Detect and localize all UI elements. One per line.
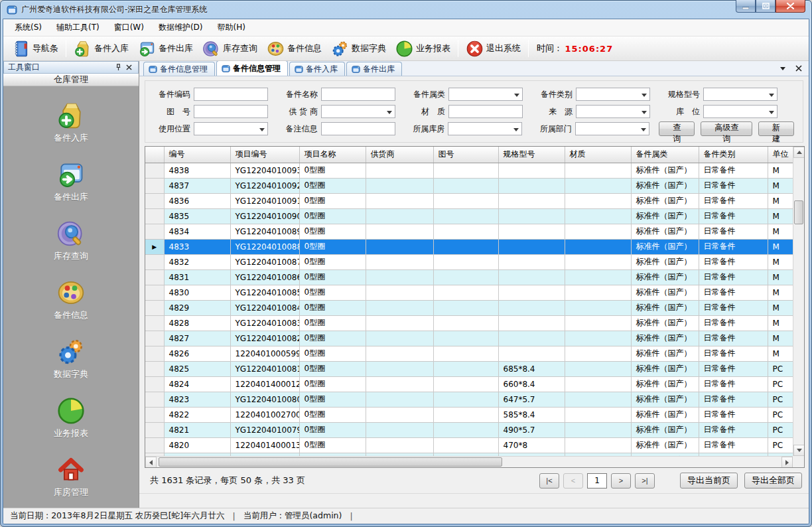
scroll-up-icon[interactable] bbox=[793, 147, 804, 158]
tab-close-icon[interactable] bbox=[794, 64, 803, 73]
pin-icon[interactable] bbox=[113, 62, 123, 73]
next-page-button[interactable]: > bbox=[611, 473, 631, 489]
row-selector-cell[interactable] bbox=[145, 300, 164, 315]
vertical-scroll-thumb[interactable] bbox=[794, 200, 803, 224]
toolbar-button-stock-query[interactable]: 库存查询 bbox=[198, 38, 262, 60]
row-selector-cell[interactable] bbox=[145, 331, 164, 346]
tab-3[interactable]: 备件出库 bbox=[346, 62, 402, 76]
column-header-7[interactable]: 备件属类 bbox=[631, 147, 699, 163]
row-selector-cell[interactable] bbox=[145, 315, 164, 331]
field-dropdown-2-2[interactable] bbox=[448, 122, 522, 135]
table-row[interactable]: 4825YG122040100810型圈685*8.4标准件（国产）日常备件PC bbox=[145, 361, 793, 376]
page-number-input[interactable] bbox=[587, 473, 607, 489]
toolbar-button-report[interactable]: 业务报表 bbox=[391, 38, 455, 60]
export-all-pages-button[interactable]: 导出全部页 bbox=[744, 473, 802, 489]
column-header-3[interactable]: 供货商 bbox=[366, 147, 433, 163]
row-selector-cell[interactable] bbox=[145, 178, 164, 193]
sidebar-item-parts-info[interactable]: 备件信息 bbox=[31, 278, 111, 321]
scroll-right-icon[interactable] bbox=[781, 457, 793, 468]
sidebar-item-inbound[interactable]: 备件入库 bbox=[31, 101, 111, 144]
tab-1-active[interactable]: 备件信息管理 bbox=[216, 61, 288, 76]
row-selector-cell[interactable] bbox=[145, 193, 164, 208]
close-button[interactable] bbox=[776, 0, 805, 13]
scroll-left-icon[interactable] bbox=[145, 457, 157, 468]
query-button[interactable]: 查询 bbox=[659, 121, 695, 136]
tab-2[interactable]: 备件入库 bbox=[289, 62, 345, 76]
field-dropdown-1-4[interactable] bbox=[703, 105, 778, 118]
toolbar-button-outbound[interactable]: 备件出库 bbox=[133, 38, 198, 60]
maximize-button[interactable] bbox=[756, 0, 776, 13]
row-selector-cell[interactable] bbox=[145, 407, 164, 422]
horizontal-scroll-thumb[interactable] bbox=[159, 457, 502, 467]
row-selector-cell[interactable] bbox=[145, 437, 164, 453]
sidebar-item-warehouse[interactable]: 库房管理 bbox=[31, 455, 111, 498]
field-dropdown-2-0[interactable] bbox=[194, 122, 268, 135]
sidebar-item-outbound[interactable]: 备件出库 bbox=[31, 160, 111, 203]
field-dropdown-0-2[interactable] bbox=[448, 88, 523, 101]
column-header-0[interactable]: 编号 bbox=[164, 147, 230, 163]
horizontal-scrollbar[interactable] bbox=[145, 456, 793, 467]
toolbar-button-exit[interactable]: 退出系统 bbox=[461, 38, 525, 60]
export-current-page-button[interactable]: 导出当前页 bbox=[680, 473, 738, 489]
sidebar-close-icon[interactable] bbox=[123, 62, 134, 73]
column-header-2[interactable]: 项目名称 bbox=[299, 147, 366, 163]
row-selector-cell[interactable] bbox=[145, 224, 164, 239]
table-row[interactable]: 4835YG122040100900型圈标准件（国产）日常备件M bbox=[145, 208, 793, 224]
row-selector-cell[interactable] bbox=[145, 285, 164, 300]
table-row[interactable]: 4832YG122040100870型圈标准件（国产）日常备件M bbox=[145, 254, 793, 269]
field-dropdown-2-3[interactable] bbox=[575, 122, 649, 135]
column-header-1[interactable]: 项目编号 bbox=[230, 147, 299, 163]
toolbar-button-inbound[interactable]: 备件入库 bbox=[69, 38, 133, 60]
table-row[interactable]: 4827YG122040100820型圈标准件（国产）日常备件M bbox=[145, 331, 793, 346]
tab-0[interactable]: 备件信息管理 bbox=[143, 62, 215, 76]
table-row[interactable]: 4831YG122040100860型圈标准件（国产）日常备件M bbox=[145, 269, 793, 285]
row-selector-cell[interactable] bbox=[145, 361, 164, 376]
field-dropdown-0-4[interactable] bbox=[703, 88, 778, 101]
table-row[interactable]: 4836YG122040100910型圈标准件（国产）日常备件M bbox=[145, 193, 793, 208]
field-input-0-1[interactable] bbox=[321, 88, 395, 101]
field-input-2-1[interactable] bbox=[321, 122, 395, 135]
tab-list-chevron-down-icon[interactable] bbox=[778, 64, 787, 73]
toolbar-button-navbar[interactable]: 导航条 bbox=[7, 38, 63, 60]
field-input-1-2[interactable] bbox=[448, 105, 523, 118]
advanced-query-button[interactable]: 高级查询 bbox=[701, 121, 752, 136]
sidebar-item-data-dict[interactable]: 数据字典 bbox=[31, 337, 111, 380]
menu-item-4[interactable]: 帮助(H) bbox=[210, 19, 253, 36]
previous-page-button[interactable]: < bbox=[563, 473, 583, 489]
sidebar-item-stock-query[interactable]: 库存查询 bbox=[31, 219, 111, 262]
field-dropdown-1-1[interactable] bbox=[321, 105, 395, 118]
first-page-button[interactable]: |< bbox=[539, 473, 559, 489]
menu-item-3[interactable]: 数据维护(D) bbox=[151, 19, 210, 36]
column-header-6[interactable]: 材质 bbox=[565, 147, 631, 163]
table-row[interactable]: 4837YG122040100920型圈标准件（国产）日常备件M bbox=[145, 178, 793, 193]
table-row[interactable]: ▶4833YG122040100880型圈标准件（国产）日常备件M bbox=[145, 239, 793, 254]
row-selector-cell[interactable] bbox=[145, 392, 164, 407]
sidebar-item-report[interactable]: 业务报表 bbox=[31, 396, 111, 439]
field-dropdown-0-3[interactable] bbox=[576, 88, 650, 101]
table-row[interactable]: 4823YG122040100800型圈647*5.7标准件（国产）日常备件PC bbox=[145, 392, 793, 407]
row-selector-cell[interactable] bbox=[145, 269, 164, 285]
table-row[interactable]: 4828YG122040100830型圈标准件（国产）日常备件M bbox=[145, 315, 793, 331]
menu-item-1[interactable]: 辅助工具(T) bbox=[49, 19, 107, 36]
table-row[interactable]: 4829YG122040100840型圈标准件（国产）日常备件M bbox=[145, 300, 793, 315]
scroll-down-icon[interactable] bbox=[793, 445, 804, 456]
row-selector-cell[interactable]: ▶ bbox=[145, 239, 164, 254]
table-row[interactable]: 482612204010005990型圈标准件（国产）日常备件M bbox=[145, 346, 793, 361]
last-page-button[interactable]: >| bbox=[635, 473, 655, 489]
column-header-9[interactable]: 单位 bbox=[768, 147, 793, 163]
table-row[interactable]: 4838YG122040100930型圈标准件（国产）日常备件M bbox=[145, 163, 793, 178]
menu-item-2[interactable]: 窗口(W) bbox=[107, 19, 151, 36]
minimize-button[interactable] bbox=[736, 0, 756, 13]
field-input-1-0[interactable] bbox=[194, 105, 268, 118]
column-header-8[interactable]: 备件类别 bbox=[699, 147, 768, 163]
column-header-4[interactable]: 图号 bbox=[433, 147, 498, 163]
vertical-scrollbar[interactable] bbox=[793, 147, 804, 456]
column-header-5[interactable]: 规格型号 bbox=[498, 147, 565, 163]
table-row[interactable]: 482412204014000120型圈660*8.4标准件（国产）日常备件PC bbox=[145, 376, 793, 392]
row-selector-cell[interactable] bbox=[145, 422, 164, 437]
row-selector-cell[interactable] bbox=[145, 208, 164, 224]
table-row[interactable]: 4830YG122040100850型圈标准件（国产）日常备件M bbox=[145, 285, 793, 300]
field-dropdown-1-3[interactable] bbox=[576, 105, 650, 118]
row-selector-cell[interactable] bbox=[145, 163, 164, 178]
menu-item-0[interactable]: 系统(S) bbox=[7, 19, 49, 36]
